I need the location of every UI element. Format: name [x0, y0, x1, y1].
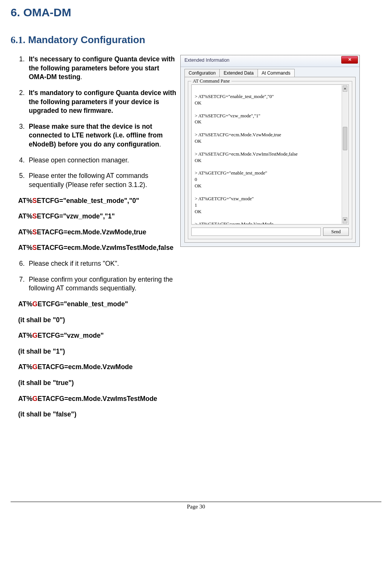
pane-legend: AT Command Pane — [191, 78, 231, 84]
list-item: It's necessary to configure Quanta devic… — [27, 55, 176, 82]
list-item: Please check if it returns "OK". — [27, 259, 176, 268]
heading-1-number: 6. — [11, 6, 20, 19]
page-footer: Page 30 — [11, 502, 381, 510]
scrollbar[interactable]: ▲ ▼ — [342, 85, 348, 224]
close-icon[interactable]: ✕ — [341, 56, 358, 64]
heading-1-title: OMA-DM — [23, 6, 71, 19]
at-command-pane: AT Command Pane > AT%SETCFG="enable_test… — [188, 81, 352, 239]
list-item: Please make sure that the device is not … — [27, 122, 176, 149]
instruction-list-continued: Please check if it returns "OK". Please … — [11, 259, 176, 293]
list-item: Please confirm your configuration by ent… — [27, 275, 176, 293]
window-extended-information: Extended Information ✕ Configuration Ext… — [180, 55, 360, 247]
tab-at-commands[interactable]: At Commands — [258, 69, 295, 77]
list-item: Please enter the following AT commands s… — [27, 172, 176, 189]
send-button[interactable]: Send — [323, 228, 349, 236]
tab-extended-data[interactable]: Extended Data — [219, 69, 258, 77]
command-input[interactable] — [191, 228, 321, 236]
window-titlebar: Extended Information ✕ — [181, 55, 359, 67]
scroll-up-icon[interactable]: ▲ — [343, 86, 347, 92]
command-block-get: AT%GETCFG="enable_test_mode" (it shall b… — [18, 300, 176, 419]
heading-2-number: 6.1. — [11, 34, 25, 45]
tabs: Configuration Extended Data At Commands — [181, 67, 359, 77]
console-output[interactable]: > AT%SETCFG="enable_test_mode","0" OK > … — [191, 84, 349, 225]
scroll-thumb[interactable] — [343, 127, 347, 150]
instruction-list: It's necessary to configure Quanta devic… — [11, 55, 176, 190]
scroll-down-icon[interactable]: ▼ — [343, 217, 347, 223]
heading-1: 6. OMA-DM — [11, 6, 381, 19]
list-item: It's mandatory to configure Quanta devic… — [27, 89, 176, 115]
heading-2: 6.1. Mandatory Configuration — [11, 34, 381, 46]
command-block-set: AT%SETCFG="enable_test_mode","0" AT%SETC… — [18, 196, 176, 253]
list-item: Please open connection manager. — [27, 156, 176, 165]
window-title: Extended Information — [184, 58, 230, 63]
tab-configuration[interactable]: Configuration — [184, 69, 220, 77]
heading-2-title: Mandatory Configuration — [28, 34, 145, 45]
